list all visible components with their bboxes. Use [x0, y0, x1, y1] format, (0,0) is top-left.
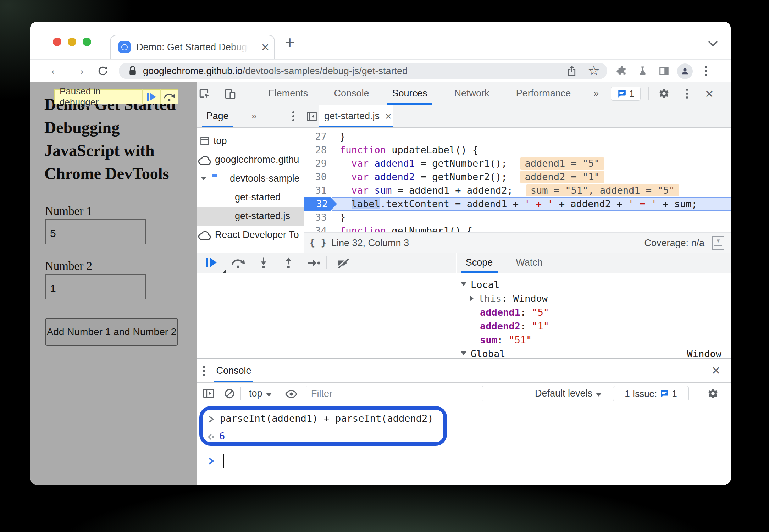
url-bar[interactable]: googlechrome.github.io/devtools-samples/… [119, 63, 607, 79]
devtools-menu-kebab-icon[interactable] [686, 89, 688, 91]
drawer-tab-console[interactable]: Console [214, 359, 253, 382]
new-tab-button[interactable]: + [285, 33, 295, 52]
expand-caret-icon[interactable] [201, 177, 206, 180]
pretty-print-icon[interactable]: { } [309, 237, 327, 248]
console-filter-input[interactable] [306, 386, 483, 401]
console-issues-button[interactable]: 1 Issue: 1 [613, 386, 689, 401]
minimize-window-button[interactable] [68, 38, 76, 46]
code-line-33[interactable]: 33} [304, 211, 731, 224]
tree-item-top[interactable]: top [197, 132, 304, 151]
tree-item-label: googlechrome.githu [215, 154, 299, 165]
line-number[interactable]: 27 [304, 130, 332, 143]
console-settings-gear-icon[interactable] [707, 388, 719, 399]
close-window-button[interactable] [53, 38, 61, 46]
code-line-30[interactable]: 30 var addend2 = getNumber2();addend2 = … [304, 170, 731, 184]
code-line-27[interactable]: 27} [304, 130, 731, 143]
step-over-icon[interactable] [231, 257, 245, 268]
scope-row-sum[interactable]: sum: "51" [457, 333, 731, 347]
tree-item-devtools-sample[interactable]: devtools-sample [197, 170, 304, 188]
section-caret-icon[interactable] [461, 351, 466, 355]
navigator-kebab-icon[interactable] [292, 111, 294, 113]
tab-search-chevron-icon[interactable] [708, 40, 718, 47]
maximize-window-button[interactable] [83, 38, 91, 46]
line-number[interactable]: 31 [304, 184, 332, 197]
default-levels-selector[interactable]: Default levels [535, 388, 602, 399]
resume-script-icon[interactable] [143, 89, 160, 104]
step-over-icon[interactable] [161, 89, 178, 104]
scope-row-Local[interactable]: Local [457, 278, 731, 292]
console-prompt-row[interactable] [208, 455, 215, 466]
resume-icon[interactable] [206, 257, 217, 267]
scope-row-this[interactable]: this: Window [457, 292, 731, 306]
console-expression-row[interactable]: parseInt(addend1) + parseInt(addend2) [208, 413, 433, 424]
tab-close-icon[interactable]: × [261, 40, 269, 55]
hide-navigator-icon[interactable] [306, 111, 317, 122]
tab-elements[interactable]: Elements [267, 82, 309, 105]
step-out-icon[interactable] [283, 257, 294, 268]
add-numbers-button[interactable]: Add Number 1 and Number 2 [45, 318, 178, 346]
share-icon[interactable] [566, 65, 577, 77]
close-drawer-icon[interactable]: × [712, 363, 720, 377]
settings-gear-icon[interactable] [658, 88, 670, 99]
code-line-31[interactable]: 31 var sum = addend1 + addend2;sum = "51… [304, 184, 731, 197]
issues-counter-button[interactable]: 1 [611, 87, 641, 101]
execution-context-selector[interactable]: top [249, 388, 272, 399]
tree-item-get-started[interactable]: get-started [197, 188, 304, 207]
editor-file-tab[interactable]: get-started.js × [319, 105, 393, 127]
code-editor[interactable]: 27}28function updateLabel() {29 var adde… [304, 128, 731, 232]
navigator-more-tabs[interactable]: » [247, 105, 261, 127]
forward-icon[interactable]: → [72, 62, 86, 78]
extensions-puzzle-icon[interactable] [616, 65, 627, 77]
editor-tab-close-icon[interactable]: × [385, 110, 392, 122]
flask-icon[interactable] [637, 65, 648, 77]
editor-file-tab-label: get-started.js [324, 111, 380, 122]
line-number[interactable]: 32 [304, 197, 337, 211]
number1-input[interactable]: 5 [45, 219, 146, 244]
expand-caret-icon[interactable] [470, 295, 474, 301]
live-expression-eye-icon[interactable] [285, 389, 297, 399]
tree-item-React Developer To[interactable]: React Developer To [197, 226, 304, 245]
tab-performance[interactable]: Performance [516, 82, 570, 105]
clear-console-icon[interactable] [224, 388, 235, 399]
tab-console[interactable]: Console [328, 82, 375, 105]
profile-avatar[interactable] [677, 63, 693, 79]
deactivate-breakpoints-icon[interactable] [336, 257, 350, 268]
line-number[interactable]: 34 [304, 224, 332, 232]
navigator-tab-page[interactable]: Page [202, 105, 233, 127]
browser-tab[interactable]: Demo: Get Started Debugging × [110, 35, 275, 60]
line-number[interactable]: 30 [304, 170, 332, 184]
browser-menu-kebab-icon[interactable] [705, 66, 707, 68]
bookmark-star-icon[interactable]: ☆ [588, 63, 600, 78]
scope-row-addend1[interactable]: addend1: "5" [457, 306, 731, 320]
number2-input[interactable]: 1 [45, 274, 146, 299]
tree-item-get-started.js[interactable]: get-started.js [197, 207, 304, 226]
tree-item-googlechrome.githu[interactable]: googlechrome.githu [197, 151, 304, 170]
tab-sources[interactable]: Sources [387, 82, 432, 105]
console-result-row[interactable]: 6 [206, 431, 225, 442]
close-devtools-icon[interactable]: × [705, 87, 713, 101]
line-number[interactable]: 33 [304, 211, 332, 224]
inspect-element-icon[interactable] [199, 88, 211, 100]
side-panel-icon[interactable] [659, 66, 669, 76]
line-number[interactable]: 29 [304, 157, 332, 170]
section-caret-icon[interactable] [461, 282, 466, 286]
more-tabs-chevron[interactable]: » [587, 82, 605, 105]
tab-scope[interactable]: Scope [461, 253, 498, 273]
reload-icon[interactable] [97, 65, 109, 77]
code-line-34[interactable]: 34function getNumber1() { [304, 224, 731, 232]
step-icon[interactable] [307, 258, 321, 268]
step-into-icon[interactable] [258, 257, 269, 268]
drawer-kebab-icon[interactable] [203, 366, 205, 368]
console-messages[interactable]: parseInt(addend1) + parseInt(addend2) 6 [197, 405, 731, 485]
tab-network[interactable]: Network [449, 82, 494, 105]
console-sidebar-icon[interactable] [203, 388, 214, 398]
tab-watch[interactable]: Watch [510, 253, 549, 273]
device-toolbar-icon[interactable] [224, 88, 236, 100]
back-icon[interactable]: ← [49, 62, 63, 78]
url-text[interactable]: googlechrome.github.io/devtools-samples/… [143, 66, 408, 77]
code-line-29[interactable]: 29 var addend1 = getNumber1();addend1 = … [304, 157, 731, 170]
code-line-32[interactable]: 32 label.textContent = addend1 + ' + ' +… [304, 197, 731, 211]
line-number[interactable]: 28 [304, 143, 332, 157]
scope-row-addend2[interactable]: addend2: "1" [457, 320, 731, 333]
code-line-28[interactable]: 28function updateLabel() { [304, 143, 731, 157]
